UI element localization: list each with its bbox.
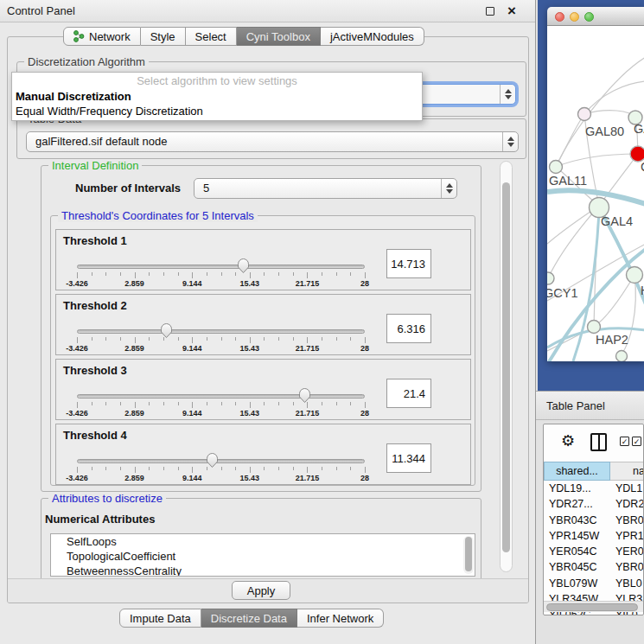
tab-impute-data[interactable]: Impute Data xyxy=(119,609,201,628)
tick-mark xyxy=(178,467,179,470)
tick-mark xyxy=(92,467,92,470)
tick-mark xyxy=(264,467,265,470)
slider-handle[interactable] xyxy=(237,258,250,274)
zoom-light[interactable] xyxy=(584,12,594,22)
settings-scrollbar xyxy=(500,161,513,572)
slider-track[interactable] xyxy=(77,459,365,463)
checkbox-icon[interactable]: ✓ xyxy=(632,437,641,446)
tab-network[interactable]: Network xyxy=(63,27,141,46)
top-tab-bar: NetworkStyleSelectCyni ToolboxjActiveMNo… xyxy=(63,27,424,46)
tab-style[interactable]: Style xyxy=(141,27,186,46)
tick-label: 9.144 xyxy=(182,344,202,353)
table-row[interactable]: YBR043CYBR0 xyxy=(544,513,644,528)
slider-handle[interactable] xyxy=(206,452,219,469)
attribute-list-scroll-thumb[interactable] xyxy=(465,537,472,571)
tick-label: 21.715 xyxy=(296,474,320,482)
table-cell: YPR145W xyxy=(544,528,610,544)
close-light[interactable] xyxy=(555,12,564,22)
number-of-intervals-combo[interactable]: 5 xyxy=(194,178,457,199)
table-row[interactable]: YBR045CYBR0 xyxy=(544,559,644,575)
slider-handle[interactable] xyxy=(298,387,311,404)
threshold-2-value-input[interactable] xyxy=(386,314,431,343)
node-hap2[interactable] xyxy=(588,321,601,334)
tab-infer-network[interactable]: Infer Network xyxy=(297,609,384,628)
table-row[interactable]: YER054CYER0 xyxy=(544,544,644,559)
table-cell: YDR27... xyxy=(544,496,610,512)
desktop-background: GAL80GACGAL11GAL4GCY1HHAP2 xyxy=(538,0,644,391)
gear-icon[interactable]: ⚙ xyxy=(561,431,575,450)
network-view-window[interactable]: GAL80GACGAL11GAL4GCY1HHAP2 xyxy=(547,7,644,361)
network-canvas[interactable]: GAL80GACGAL11GAL4GCY1HHAP2 xyxy=(547,26,644,361)
table-rows: YDL19...YDL1YDR27...YDR2YBR043CYBR0YPR14… xyxy=(544,481,644,615)
tick-mark xyxy=(264,402,265,405)
tick-mark xyxy=(92,272,92,276)
attribute-item-topologicalcoefficient[interactable]: TopologicalCoefficient xyxy=(51,549,475,564)
tick-mark xyxy=(178,272,179,276)
minimize-light[interactable] xyxy=(570,12,579,22)
table-data-combo[interactable]: galFiltered.sif default node xyxy=(26,131,519,152)
tick-mark xyxy=(293,467,294,470)
tab-discretize-data[interactable]: Discretize Data xyxy=(201,609,297,628)
tab-cyni-toolbox[interactable]: Cyni Toolbox xyxy=(237,27,321,46)
attribute-list-scrollbar xyxy=(463,536,474,574)
tick-mark xyxy=(221,467,222,470)
network-edge xyxy=(584,81,644,114)
apply-button[interactable]: Apply xyxy=(232,581,290,600)
slider-track[interactable] xyxy=(77,265,365,269)
tick-mark xyxy=(207,337,207,341)
tick-mark xyxy=(135,402,136,408)
table-panel-title: Table Panel xyxy=(546,392,605,420)
column-header-shared-name[interactable]: shared... xyxy=(544,462,610,481)
slider-handle[interactable] xyxy=(160,322,173,339)
table-row[interactable]: YDL19...YDL1 xyxy=(544,481,644,496)
checkbox-icon[interactable]: ✓ xyxy=(620,437,629,446)
node-gal11[interactable] xyxy=(550,161,563,174)
node-gal80[interactable] xyxy=(578,108,591,121)
split-column-icon[interactable] xyxy=(590,433,607,451)
slider-track[interactable] xyxy=(77,394,365,399)
tick-mark xyxy=(77,272,78,278)
tick-mark xyxy=(192,337,193,343)
threshold-4-value-input[interactable] xyxy=(386,443,431,473)
tick-mark xyxy=(307,337,308,343)
tab-select[interactable]: Select xyxy=(186,27,237,46)
tick-mark xyxy=(105,402,106,405)
node-gcy1[interactable] xyxy=(547,272,554,284)
tick-label: 2.859 xyxy=(124,409,144,418)
threshold-1-value-input[interactable] xyxy=(386,249,431,278)
close-panel-icon[interactable]: × xyxy=(507,1,516,22)
tick-mark xyxy=(293,272,294,276)
algorithm-popup-item[interactable]: Manual Discretization xyxy=(12,89,422,104)
threshold-3-value-input[interactable] xyxy=(386,379,431,408)
node-bottom[interactable] xyxy=(616,351,628,362)
node-h[interactable] xyxy=(627,267,643,284)
tick-mark xyxy=(192,402,193,408)
attribute-item-betweennesscentrality[interactable]: BetweennessCentrality xyxy=(51,564,475,577)
threshold-label: Threshold 3 xyxy=(63,364,127,377)
tick-mark xyxy=(105,467,106,470)
number-of-intervals-label: Number of Intervals xyxy=(75,182,181,194)
attribute-item-selfloops[interactable]: SelfLoops xyxy=(51,534,475,549)
algorithm-popup-item[interactable]: Equal Width/Frequency Discretization xyxy=(12,104,422,118)
cyni-toolbox-panel: Discretization Algorithm Select algorith… xyxy=(7,36,529,603)
tick-mark xyxy=(322,467,322,470)
tick-label: -3.426 xyxy=(66,279,88,288)
table-row[interactable]: YDR27...YDR2 xyxy=(544,496,644,512)
slider-track[interactable] xyxy=(77,329,365,334)
network-window-titlebar[interactable] xyxy=(547,7,644,26)
tick-mark xyxy=(336,402,337,405)
numerical-attributes-list[interactable]: SelfLoopsTopologicalCoefficientBetweenne… xyxy=(50,533,475,577)
node-label-gal11: GAL11 xyxy=(549,174,587,188)
tick-label: 28 xyxy=(360,474,369,482)
table-scroll-thumb[interactable] xyxy=(546,603,638,611)
tick-label: 21.715 xyxy=(296,344,320,353)
combo-stepper-icon xyxy=(502,132,518,151)
float-panel-icon[interactable] xyxy=(486,7,494,16)
column-header-name[interactable]: na xyxy=(610,462,644,481)
tick-mark xyxy=(92,402,92,405)
tab-jactivemnodules[interactable]: jActiveMNodules xyxy=(321,27,424,46)
table-row[interactable]: YPR145WYPR1 xyxy=(544,528,644,544)
tick-mark xyxy=(120,337,121,341)
settings-scroll-thumb[interactable] xyxy=(502,182,510,552)
table-row[interactable]: YBL079WYBL0 xyxy=(544,576,644,591)
